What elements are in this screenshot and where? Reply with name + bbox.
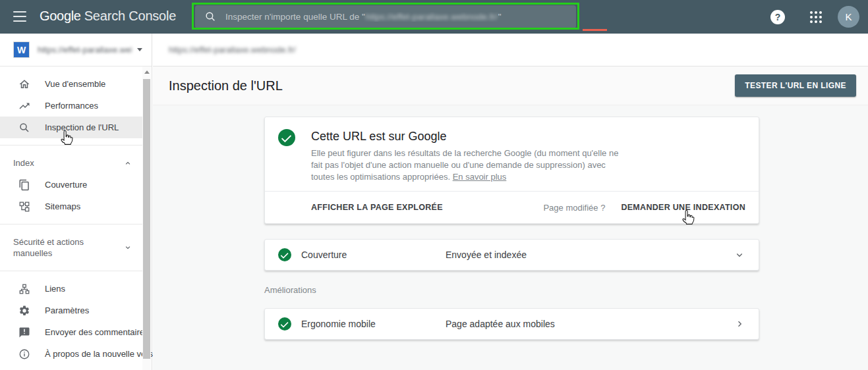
sidebar-item-coverage[interactable]: Couverture	[0, 174, 143, 196]
sidebar-item-links[interactable]: Liens	[0, 278, 143, 300]
sidebar-item-about-new-version[interactable]: À propos de la nouvelle vers...	[0, 343, 143, 365]
request-indexing-button[interactable]: DEMANDER UNE INDEXATION	[621, 203, 745, 212]
sidebar-item-url-inspection[interactable]: Inspection de l'URL	[0, 117, 143, 138]
sidebar-item-label: Paramètres	[45, 305, 89, 315]
home-icon	[18, 78, 30, 90]
avatar[interactable]: K	[838, 6, 859, 28]
sidebar-item-label: Liens	[45, 284, 65, 294]
chevron-down-icon	[123, 243, 132, 252]
property-url: https://effet-parallaxe.webno...	[38, 45, 132, 55]
sidebar-item-label: Performances	[45, 101, 98, 111]
url-inspect-search-input[interactable]: Inspecter n'importe quelle URL de "https…	[195, 5, 576, 28]
sidebar-item-feedback[interactable]: Envoyer des commentaires	[0, 321, 143, 343]
topbar-actions: ? K	[770, 0, 868, 34]
divider	[0, 145, 143, 145]
section-label: Sécurité et actions manuelles	[13, 236, 112, 259]
settings-icon	[18, 305, 30, 317]
property-favicon: W	[13, 41, 30, 58]
property-selector[interactable]: W https://effet-parallaxe.webno...	[0, 34, 152, 66]
performance-icon	[18, 100, 30, 112]
breadcrumb-bar: https://effet-parallaxe.webnode.fr/	[153, 34, 868, 66]
scrollbar-up-arrow-icon[interactable]	[142, 66, 151, 77]
cards-column: Cette URL est sur Google Elle peut figur…	[264, 105, 759, 340]
success-check-icon	[278, 248, 291, 261]
mobile-usability-row[interactable]: Ergonomie mobile Page adaptée aux mobile…	[264, 308, 759, 340]
learn-more-link[interactable]: En savoir plus	[453, 172, 507, 182]
test-live-url-button[interactable]: TESTER L'URL EN LIGNE	[735, 74, 856, 97]
sidebar-scrollbar[interactable]	[142, 66, 151, 370]
url-status-card: Cette URL est sur Google Elle peut figur…	[264, 117, 759, 224]
logo-product: Search Console	[84, 9, 177, 23]
chevron-down-icon	[137, 48, 142, 51]
sidebar-item-label: Inspection de l'URL	[45, 122, 119, 132]
coverage-label: Couverture	[301, 250, 347, 260]
sidebar-item-label: Couverture	[45, 180, 87, 190]
sidebar-nav: Vue d'ensemble Performances Inspection d…	[0, 66, 143, 370]
success-check-icon	[278, 317, 291, 330]
page-header: Inspection de l'URL TESTER L'URL EN LIGN…	[153, 66, 868, 105]
coverage-value: Envoyée et indexée	[446, 250, 527, 260]
search-icon	[204, 11, 217, 23]
chevron-up-icon	[123, 159, 132, 168]
improvements-section-label: Améliorations	[264, 285, 759, 295]
section-index[interactable]: Index	[0, 152, 143, 174]
sidebar-item-settings[interactable]: Paramètres	[0, 300, 143, 321]
feedback-icon	[18, 327, 30, 338]
section-security-manual-actions[interactable]: Sécurité et actions manuelles	[0, 231, 143, 264]
sidebar-item-old-version[interactable]: Accéder à l'ancienne version	[0, 365, 143, 370]
search-placeholder-url: https://effet-parallaxe.webnode.fr/	[366, 12, 498, 22]
search-placeholder: Inspecter n'importe quelle URL de "https…	[225, 12, 502, 22]
sidebar-item-sitemaps[interactable]: Sitemaps	[0, 196, 143, 217]
divider	[0, 224, 143, 225]
success-check-icon	[278, 129, 295, 146]
sidebar: W https://effet-parallaxe.webno... Vue d…	[0, 34, 152, 370]
section-label: Index	[13, 157, 34, 169]
info-icon	[18, 348, 30, 360]
links-icon	[18, 283, 30, 295]
divider	[0, 271, 143, 271]
sidebar-item-overview[interactable]: Vue d'ensemble	[0, 73, 143, 95]
top-app-bar: GoogleSearch Console Inspecter n'importe…	[0, 0, 868, 34]
url-inspection-icon	[18, 122, 30, 134]
page-title: Inspection de l'URL	[169, 78, 283, 93]
view-crawled-page-button[interactable]: AFFICHER LA PAGE EXPLORÉE	[311, 203, 443, 212]
sidebar-item-performances[interactable]: Performances	[0, 95, 143, 117]
sidebar-item-label: Vue d'ensemble	[45, 79, 105, 89]
status-card-footer: AFFICHER LA PAGE EXPLORÉE Page modifiée …	[265, 191, 759, 223]
apps-grid-icon[interactable]	[810, 11, 822, 23]
sidebar-item-label: Envoyer des commentaires	[45, 327, 149, 337]
hamburger-menu-icon[interactable]	[13, 11, 26, 22]
chevron-down-icon[interactable]	[734, 249, 745, 261]
mobile-usability-value: Page adaptée aux mobiles	[446, 319, 555, 329]
breadcrumb[interactable]: https://effet-parallaxe.webnode.fr/	[169, 45, 296, 55]
page-modified-label: Page modifiée ?	[543, 203, 605, 213]
status-title: Cette URL est sur Google	[311, 129, 622, 144]
sitemaps-icon	[18, 201, 30, 213]
sidebar-item-label: Sitemaps	[45, 201, 80, 211]
coverage-row[interactable]: Couverture Envoyée et indexée	[264, 239, 759, 271]
app-logo[interactable]: GoogleSearch Console	[40, 9, 176, 24]
status-description: Elle peut figurer dans les résultats de …	[311, 147, 622, 183]
chevron-right-icon[interactable]	[734, 318, 745, 330]
mobile-usability-label: Ergonomie mobile	[301, 319, 376, 329]
coverage-icon	[18, 179, 30, 191]
help-icon[interactable]: ?	[770, 10, 785, 24]
scrollbar-thumb[interactable]	[143, 79, 150, 359]
logo-google: Google	[40, 9, 81, 23]
main-content: https://effet-parallaxe.webnode.fr/ Insp…	[153, 34, 868, 370]
